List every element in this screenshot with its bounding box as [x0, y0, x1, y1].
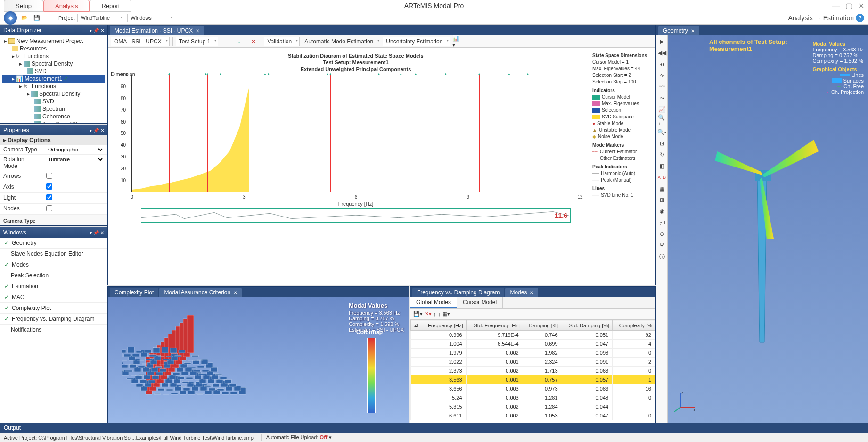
- table-row[interactable]: 1.9790.0021.9820.0980: [411, 349, 655, 358]
- maximize-button[interactable]: ▢: [845, 1, 852, 10]
- delete-icon[interactable]: ✕▾: [425, 311, 432, 317]
- modes-table[interactable]: ⊿Frequency [Hz]Std. Frequency [Hz]Dampin…: [410, 320, 655, 420]
- tree-spectral-density-2[interactable]: ▸ Spectral Density: [2, 90, 105, 98]
- tab-ssi-upcx[interactable]: Modal Estimation - SSI - UPCX✕: [110, 26, 204, 35]
- frequency-slider[interactable]: 11.6: [141, 208, 571, 223]
- grid-icon[interactable]: ▦: [658, 184, 666, 193]
- auto-upload-status[interactable]: Automatic File Upload: Off ▾: [261, 434, 332, 441]
- arrow-up-icon[interactable]: ↑: [224, 37, 233, 46]
- windows-header[interactable]: Windows ▾ 📌 ✕: [0, 227, 107, 238]
- settings-icon[interactable]: ⊙: [658, 230, 666, 238]
- pin-icon[interactable]: ▾ 📌 ✕: [90, 230, 104, 235]
- method-dropdown[interactable]: OMA - SSI - UPCX: [111, 37, 170, 46]
- table-row[interactable]: 1.0046.544E-40.6990.0474: [411, 340, 655, 349]
- wave-icon[interactable]: 〰: [658, 83, 666, 91]
- windows-item[interactable]: Notifications: [0, 325, 107, 335]
- save-icon[interactable]: 💾: [32, 13, 41, 23]
- table-header[interactable]: Std. Damping [%]: [562, 320, 613, 331]
- options-icon[interactable]: ▦▾: [442, 311, 450, 317]
- save-icon[interactable]: 💾▾: [413, 311, 423, 317]
- chart-icon[interactable]: 📈: [658, 105, 666, 114]
- decay-icon[interactable]: ⤳: [658, 94, 666, 102]
- table-row[interactable]: 0.9969.719E-40.7460.05192: [411, 331, 655, 340]
- project-dropdown[interactable]: WindTurbine: [77, 14, 124, 22]
- close-icon[interactable]: ✕: [530, 290, 533, 295]
- stabilization-plot[interactable]: ▲▲▲▲▲▲▲▲▲▲▲▲▲▲▲▲102030405060708090100036…: [131, 75, 580, 192]
- play-icon[interactable]: ▶: [658, 37, 666, 46]
- windows-item[interactable]: ✓Modes: [0, 259, 107, 270]
- windows-item[interactable]: ✓Geometry: [0, 238, 107, 249]
- table-row[interactable]: 2.3730.0021.7130.0630: [411, 367, 655, 375]
- close-button[interactable]: ✕: [858, 1, 864, 10]
- output-bar[interactable]: Output: [0, 423, 868, 433]
- axis-checkbox[interactable]: [46, 183, 52, 190]
- ribbon-tab-analysis[interactable]: Analysis: [43, 0, 90, 12]
- axis-icon[interactable]: ⊥: [44, 13, 54, 23]
- mesh-icon[interactable]: ⊞: [658, 196, 666, 204]
- uncertainty-dropdown[interactable]: Uncertainty Estimation: [383, 37, 450, 46]
- ribbon-tab-report[interactable]: Report: [90, 0, 131, 12]
- data-organizer-header[interactable]: Data Organizer ▾ 📌 ✕: [0, 25, 107, 35]
- stabilization-chart[interactable]: Stabilization Diagram of Estimated State…: [108, 48, 590, 285]
- app-logo-icon[interactable]: [4, 11, 17, 25]
- tab-geometry[interactable]: Geometry✕: [658, 26, 699, 35]
- table-row[interactable]: 3.6560.0030.9730.08616: [411, 384, 655, 393]
- crumb-analysis[interactable]: Analysis: [788, 14, 813, 22]
- sine-icon[interactable]: ∿: [658, 71, 666, 80]
- label-icon[interactable]: 🏷: [658, 218, 666, 227]
- rewind-icon[interactable]: ⏮: [658, 60, 666, 68]
- rotate-icon[interactable]: ↻: [658, 150, 666, 159]
- close-icon[interactable]: ✕: [196, 28, 199, 33]
- tree-spectrum[interactable]: Spectrum: [2, 105, 105, 113]
- move-down-icon[interactable]: ↓: [438, 311, 441, 317]
- cube-icon[interactable]: ◧: [658, 162, 666, 170]
- subtab-cursor[interactable]: Cursor Model: [457, 297, 503, 308]
- tree-project[interactable]: ▸ New Measurement Project: [2, 37, 105, 45]
- auto-mode-button[interactable]: Automatic Mode Estimation: [302, 37, 381, 46]
- table-row[interactable]: 6.6110.0021.0530.0470: [411, 411, 655, 420]
- table-header[interactable]: Complexity [%: [613, 320, 655, 331]
- pin-icon[interactable]: ▾ 📌 ✕: [90, 128, 104, 133]
- windows-item[interactable]: Peak Selection: [0, 270, 107, 281]
- table-row[interactable]: 3.5630.0010.7570.0571: [411, 375, 655, 384]
- zoom-in-icon[interactable]: 🔍+: [658, 117, 666, 125]
- ribbon-tab-setup[interactable]: Setup: [4, 0, 43, 12]
- table-header[interactable]: Frequency [Hz]: [421, 320, 467, 331]
- test-setup-dropdown[interactable]: Test Setup 1: [176, 37, 219, 46]
- pin-icon[interactable]: ▾ 📌 ✕: [90, 28, 104, 33]
- zoom-out-icon[interactable]: 🔍-: [658, 128, 666, 136]
- windows-item[interactable]: ✓Frequency vs. Damping Diagram: [0, 314, 107, 325]
- arrow-down-icon[interactable]: ↓: [235, 37, 243, 46]
- minimize-button[interactable]: —: [832, 1, 840, 10]
- tree-functions-2[interactable]: ▸ fxFunctions: [2, 83, 105, 90]
- light-checkbox[interactable]: [46, 194, 52, 200]
- tree-svd[interactable]: SVD: [2, 67, 105, 75]
- tree-coherence[interactable]: Coherence: [2, 113, 105, 120]
- properties-header[interactable]: Properties ▾ 📌 ✕: [0, 125, 107, 135]
- tab-complexity[interactable]: Complexity Plot: [110, 288, 158, 297]
- info-icon[interactable]: ⓘ: [658, 252, 666, 261]
- windows-item[interactable]: Slave Nodes Equation Editor: [0, 249, 107, 259]
- windows-item[interactable]: ✓Estimation: [0, 281, 107, 292]
- tab-modes[interactable]: Modes✕: [505, 288, 538, 297]
- table-row[interactable]: 5.240.0031.2810.0480: [411, 393, 655, 402]
- rotation-mode-dropdown[interactable]: Turntable: [46, 156, 104, 163]
- subtab-global[interactable]: Global Modes: [410, 297, 457, 308]
- windows-item[interactable]: ✓MAC: [0, 292, 107, 303]
- chart-options-icon[interactable]: 📊▾: [452, 37, 461, 46]
- geometry-view[interactable]: ▶ ◀◀ ⏮ ∿ 〰 ⤳ 📈 🔍+ 🔍- ⊡ ↻ ◧ A+B ▦ ⊞ ◉: [656, 35, 868, 423]
- tree-spectral-density[interactable]: ▸ Spectral Density: [2, 60, 105, 67]
- table-row[interactable]: 2.0220.0012.3240.0912: [411, 358, 655, 367]
- step-back-icon[interactable]: ◀◀: [658, 49, 666, 57]
- table-row[interactable]: 5.3150.0021.2840.044: [411, 402, 655, 411]
- tab-mac[interactable]: Modal Assurance Criterion✕: [159, 288, 242, 297]
- move-up-icon[interactable]: ↑: [434, 311, 436, 317]
- validation-dropdown[interactable]: Validation: [264, 37, 300, 46]
- open-icon[interactable]: 📂: [20, 13, 29, 23]
- trident-icon[interactable]: Ψ: [658, 241, 666, 250]
- help-icon[interactable]: ?: [856, 14, 864, 22]
- table-header[interactable]: Damping [%]: [523, 320, 562, 331]
- crumb-estimation[interactable]: Estimation: [823, 14, 854, 22]
- table-header[interactable]: Std. Frequency [Hz]: [466, 320, 523, 331]
- ab-icon[interactable]: A+B: [658, 173, 666, 182]
